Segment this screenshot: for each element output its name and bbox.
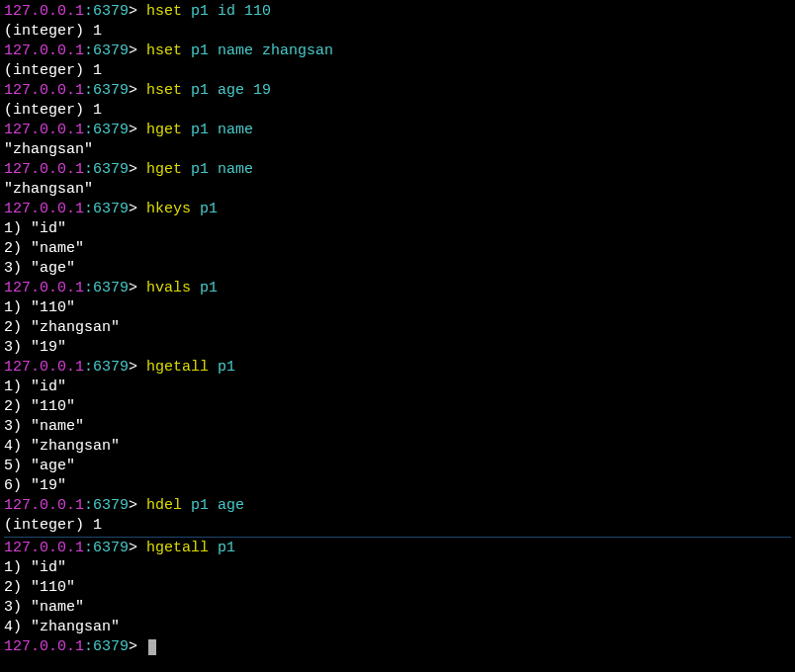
response-text: 2) "name" (4, 240, 84, 257)
command-line: 127.0.0.1:6379> hkeys p1 (4, 200, 791, 219)
prompt-port: 6379 (93, 359, 129, 376)
command-args: p1 (209, 540, 235, 556)
response-text: 2) "zhangsan" (4, 319, 120, 336)
response-line: (integer) 1 (4, 101, 791, 121)
prompt-sep: : (84, 161, 93, 178)
cursor (148, 639, 156, 655)
response-line: 1) "id" (4, 378, 791, 397)
command-line: 127.0.0.1:6379> hget p1 name (4, 160, 791, 180)
command: hvals (146, 280, 191, 296)
prompt-port: 6379 (93, 161, 129, 178)
prompt-host: 127.0.0.1 (4, 497, 84, 514)
prompt-sep: : (84, 359, 93, 376)
prompt-port: 6379 (93, 497, 129, 514)
prompt-port: 6379 (93, 638, 129, 655)
command-line: 127.0.0.1:6379> hgetall p1 (4, 358, 791, 378)
prompt-sep: : (84, 122, 93, 138)
prompt-host: 127.0.0.1 (4, 280, 84, 296)
command-line: 127.0.0.1:6379> hgetall p1 (4, 539, 791, 558)
command-line: 127.0.0.1:6379> hget p1 name (4, 121, 791, 140)
response-text: 1) "id" (4, 378, 66, 395)
command: hgetall (146, 359, 209, 376)
command-args: p1 (191, 280, 218, 296)
prompt-arrow: > (129, 122, 146, 138)
command-line: 127.0.0.1:6379> hdel p1 age (4, 496, 791, 516)
response-line: "zhangsan" (4, 140, 791, 160)
command-line: 127.0.0.1:6379> hset p1 age 19 (4, 81, 791, 101)
prompt-sep: : (84, 3, 93, 20)
response-text: 3) "name" (4, 418, 84, 435)
command: hget (146, 122, 182, 138)
response-line: (integer) 1 (4, 516, 791, 536)
terminal-output[interactable]: 127.0.0.1:6379> hset p1 id 110(integer) … (4, 2, 791, 657)
prompt-sep: : (84, 540, 93, 556)
command-args: p1 name (182, 122, 253, 138)
response-line: 3) "age" (4, 259, 791, 279)
prompt-arrow: > (129, 638, 146, 655)
prompt-arrow: > (129, 280, 146, 296)
prompt-port: 6379 (93, 3, 129, 20)
command: hget (146, 161, 182, 178)
response-line: 4) "zhangsan" (4, 437, 791, 457)
response-text: (integer) 1 (4, 62, 102, 79)
command-args: p1 age (182, 497, 244, 514)
prompt-sep: : (84, 82, 93, 99)
command: hkeys (146, 201, 191, 217)
prompt-arrow: > (129, 201, 146, 217)
prompt-arrow: > (129, 540, 146, 556)
response-text: 4) "zhangsan" (4, 619, 120, 635)
response-text: 3) "name" (4, 599, 84, 616)
command: hset (146, 82, 182, 99)
command-args: p1 (209, 359, 235, 376)
command-line: 127.0.0.1:6379> hset p1 name zhangsan (4, 42, 791, 61)
prompt-sep: : (84, 497, 93, 514)
response-text: 1) "id" (4, 220, 66, 237)
prompt-host: 127.0.0.1 (4, 540, 84, 556)
response-text: 3) "19" (4, 339, 66, 356)
prompt-host: 127.0.0.1 (4, 359, 84, 376)
command-args: p1 name (182, 161, 253, 178)
response-text: 5) "age" (4, 458, 75, 474)
response-line: (integer) 1 (4, 61, 791, 81)
response-text: 1) "110" (4, 299, 75, 316)
response-text: (integer) 1 (4, 23, 102, 40)
prompt-sep: : (84, 42, 93, 59)
response-text: 2) "110" (4, 398, 75, 415)
command-line: 127.0.0.1:6379> hset p1 id 110 (4, 2, 791, 22)
prompt-sep: : (84, 638, 93, 655)
response-line: 1) "id" (4, 219, 791, 239)
prompt-host: 127.0.0.1 (4, 3, 84, 20)
response-line: 6) "19" (4, 476, 791, 496)
response-line: "zhangsan" (4, 180, 791, 200)
response-text: "zhangsan" (4, 141, 93, 158)
response-line: (integer) 1 (4, 22, 791, 42)
prompt-arrow: > (129, 82, 146, 99)
command: hset (146, 3, 182, 20)
prompt-host: 127.0.0.1 (4, 638, 84, 655)
response-line: 4) "zhangsan" (4, 618, 791, 637)
response-text: (integer) 1 (4, 102, 102, 119)
prompt-host: 127.0.0.1 (4, 122, 84, 138)
prompt-port: 6379 (93, 280, 129, 296)
response-text: 2) "110" (4, 579, 75, 596)
prompt-arrow: > (129, 42, 146, 59)
command-args: p1 (191, 201, 218, 217)
active-prompt[interactable]: 127.0.0.1:6379> (4, 637, 791, 657)
command: hdel (146, 497, 182, 514)
prompt-sep: : (84, 201, 93, 217)
prompt-arrow: > (129, 161, 146, 178)
response-line: 3) "19" (4, 338, 791, 358)
pane-divider (4, 537, 791, 538)
prompt-arrow: > (129, 497, 146, 514)
prompt-host: 127.0.0.1 (4, 161, 84, 178)
response-text: (integer) 1 (4, 517, 102, 534)
response-text: 1) "id" (4, 559, 66, 576)
response-line: 2) "110" (4, 578, 791, 598)
prompt-host: 127.0.0.1 (4, 82, 84, 99)
response-line: 3) "name" (4, 417, 791, 437)
prompt-arrow: > (129, 359, 146, 376)
prompt-host: 127.0.0.1 (4, 201, 84, 217)
response-text: 3) "age" (4, 260, 75, 277)
prompt-port: 6379 (93, 122, 129, 138)
response-line: 1) "id" (4, 558, 791, 578)
